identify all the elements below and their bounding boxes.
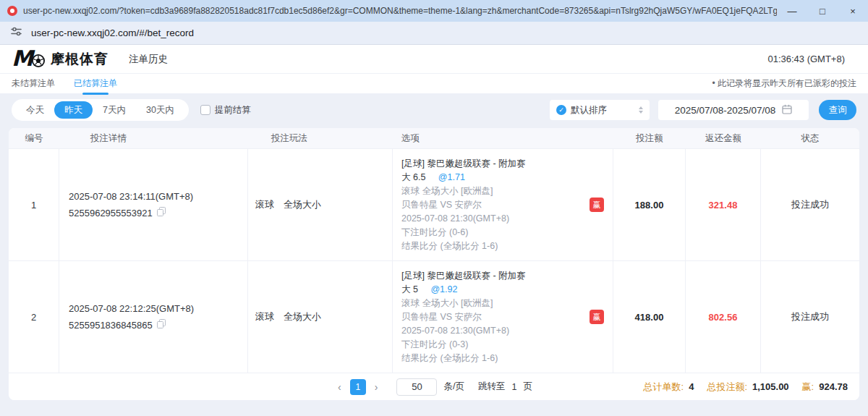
option-odds: @1.71 [438,172,465,182]
page-title: 注单历史 [129,53,168,66]
prev-page-button[interactable]: ‹ [336,381,344,393]
range-30days[interactable]: 30天内 [136,101,184,119]
early-settle-option[interactable]: 提前结算 [200,104,251,116]
url-text[interactable]: user-pc-new.xxqj02.com/#/bet_record [31,27,194,38]
cell-detail: 2025-07-08 23:14:11(GMT+8) 5255962955553… [59,149,248,260]
bet-id: 5255951836845865 [69,320,153,331]
win-value: 924.78 [819,381,848,392]
header-stake: 投注额 [613,132,686,145]
tab-bar: 未结算注单 已结算注单 • 此记录将显示昨天所有已派彩的投注 [0,73,868,93]
early-settle-label: 提前结算 [215,104,251,116]
search-button[interactable]: 查询 [819,100,856,120]
cell-return: 802.56 [686,261,761,373]
cell-play: 滚球 全场大小 [248,149,393,260]
bet-time: 2025-07-08 23:14:11(GMT+8) [69,191,247,202]
bet-id: 5255962955553921 [69,208,153,218]
maximize-button[interactable]: □ [807,0,838,22]
header-play: 投注玩法 [248,132,393,145]
record-notice: • 此记录将显示昨天所有已派彩的投注 [712,77,856,90]
cell-no: 1 [9,149,59,260]
cell-play: 滚球 全场大小 [248,261,393,373]
summary: 总计单数: 4 总投注额: 1,105.00 赢: 924.78 [644,381,848,394]
option-match-time: 2025-07-08 21:30(GMT+8) [401,212,613,226]
browser-addressbar[interactable]: user-pc-new.xxqj02.com/#/bet_record [0,22,868,45]
option-market: 滚球 全场大小 [欧洲盘] [401,184,613,198]
current-page-button[interactable]: 1 [350,379,366,395]
check-circle-icon: ✓ [556,105,566,115]
bet-record-table: 编号 投注详情 投注玩法 选项 投注额 返还金额 状态 1 2025-07-08… [9,128,859,400]
table-row: 1 2025-07-08 23:14:11(GMT+8) 52559629555… [9,148,859,260]
header-option: 选项 [393,132,613,145]
cell-stake: 188.00 [613,149,686,260]
option-match: 贝鲁特星 VS 安萨尔 [401,198,613,212]
total-stake-label: 总投注额: [707,381,747,394]
option-odds: @1.92 [430,284,457,294]
date-range-value: 2025/07/08-2025/07/08 [675,105,776,116]
cell-detail: 2025-07-08 22:12:25(GMT+8) 5255951836845… [59,261,248,373]
header-return: 返还金额 [686,132,761,145]
filter-row: 今天 昨天 7天内 30天内 提前结算 ✓ 默认排序 2025/07/08-20… [0,93,868,121]
jump-to-label: 跳转至 [478,381,506,393]
win-label: 赢: [802,381,814,394]
option-match-time: 2025-07-08 21:30(GMT+8) [401,324,613,338]
jump-page-value[interactable]: 1 [511,382,516,392]
tab-unsettled[interactable]: 未结算注单 [12,77,55,90]
header-no: 编号 [9,132,59,145]
minimize-button[interactable]: — [777,0,807,22]
cell-option: [足球] 黎巴嫩超级联赛 - 附加赛 大 6.5 @1.71 滚球 全场大小 [… [393,149,613,260]
caret-updown-icon [639,106,643,114]
win-badge: 赢 [590,310,604,324]
option-league: [足球] 黎巴嫩超级联赛 - 附加赛 [401,269,613,283]
option-result-score: 结果比分 (全场比分 1-6) [401,239,613,253]
site-controls-icon[interactable] [10,25,22,41]
browser-titlebar: user-pc-new.xxqj02.com/?token=cdb3a9689f… [0,0,868,22]
clock: 01:36:43 (GMT+8) [767,54,856,64]
option-bet-score: 下注时比分 (0-3) [401,338,613,352]
cell-no: 2 [9,261,59,373]
next-page-button[interactable]: › [373,381,380,393]
option-bet-score: 下注时比分 (0-6) [401,226,613,239]
option-league: [足球] 黎巴嫩超级联赛 - 附加赛 [401,157,613,171]
range-yesterday[interactable]: 昨天 [54,101,93,119]
option-market: 滚球 全场大小 [欧洲盘] [401,297,613,310]
table-row: 2 2025-07-08 22:12:25(GMT+8) 52559518368… [9,260,859,373]
cell-stake: 418.00 [613,261,686,373]
total-stake-value: 1,105.00 [752,381,789,392]
range-7days[interactable]: 7天内 [93,101,136,119]
brand-name: 摩根体育 [51,50,109,69]
page-size-input[interactable] [396,378,437,396]
sort-selected-value: 默认排序 [571,104,639,116]
range-today[interactable]: 今天 [16,101,54,119]
cell-status: 投注成功 [761,149,859,260]
cell-return: 321.48 [686,149,761,260]
close-button[interactable]: × [838,0,868,22]
total-count-label: 总计单数: [644,381,684,394]
date-range-group: 今天 昨天 7天内 30天内 [12,99,189,121]
header-detail: 投注详情 [59,132,248,145]
tab-settled[interactable]: 已结算注单 [74,77,117,90]
browser-favicon [7,6,17,16]
option-pick: 大 5 [401,284,418,294]
cell-status: 投注成功 [761,261,859,373]
early-settle-checkbox[interactable] [200,105,210,115]
pagination: ‹ 1 › 条/页 跳转至 1 页 [336,378,532,396]
total-count-value: 4 [689,381,694,392]
page-unit-label: 页 [523,381,532,393]
sort-select[interactable]: ✓ 默认排序 [550,100,650,120]
window-controls: — □ × [777,0,868,22]
table-footer: ‹ 1 › 条/页 跳转至 1 页 总计单数: 4 总投注额: 1,105.00… [9,373,859,400]
header-status: 状态 [761,132,859,145]
copy-icon[interactable] [157,207,166,218]
app-header: M 摩根体育 注单历史 01:36:43 (GMT+8) [0,45,868,73]
bet-time: 2025-07-08 22:12:25(GMT+8) [69,303,247,314]
copy-icon[interactable] [157,319,166,331]
option-result-score: 结果比分 (全场比分 1-6) [401,352,613,365]
table-header-row: 编号 投注详情 投注玩法 选项 投注额 返还金额 状态 [9,128,859,148]
option-match: 贝鲁特星 VS 安萨尔 [401,310,613,324]
svg-text:M: M [12,46,35,70]
cell-option: [足球] 黎巴嫩超级联赛 - 附加赛 大 5 @1.92 滚球 全场大小 [欧洲… [393,261,613,373]
per-page-label: 条/页 [443,381,464,393]
date-range-input[interactable]: 2025/07/08-2025/07/08 [658,100,809,120]
option-pick: 大 6.5 [401,172,425,182]
browser-tab-title: user-pc-new.xxqj02.com/?token=cdb3a9689f… [23,6,777,16]
